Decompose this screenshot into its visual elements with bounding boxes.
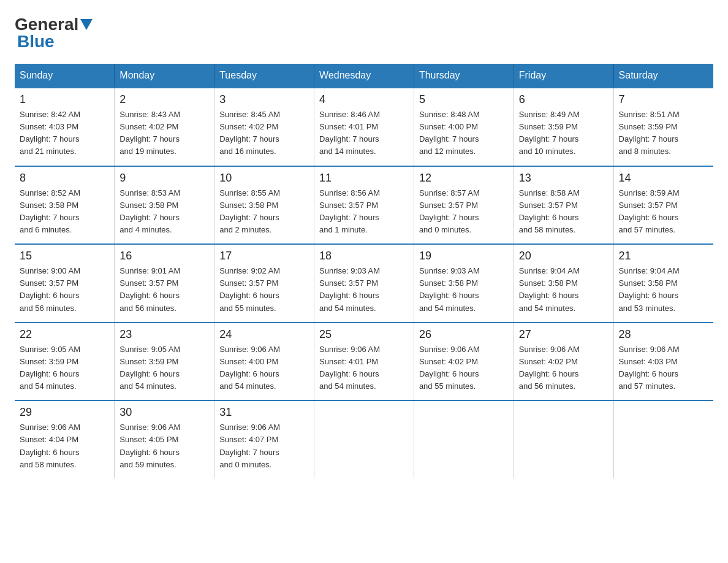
day-info: Sunrise: 9:03 AM Sunset: 3:57 PM Dayligh… bbox=[319, 265, 409, 315]
day-cell: 16Sunrise: 9:01 AM Sunset: 3:57 PM Dayli… bbox=[115, 244, 214, 323]
day-info: Sunrise: 9:06 AM Sunset: 4:05 PM Dayligh… bbox=[119, 421, 209, 471]
day-cell: 14Sunrise: 8:59 AM Sunset: 3:57 PM Dayli… bbox=[613, 166, 713, 245]
day-cell: 21Sunrise: 9:04 AM Sunset: 3:58 PM Dayli… bbox=[613, 244, 713, 323]
col-header-wednesday: Wednesday bbox=[314, 64, 414, 88]
day-cell: 6Sunrise: 8:49 AM Sunset: 3:59 PM Daylig… bbox=[514, 88, 613, 166]
day-number: 14 bbox=[619, 172, 708, 185]
day-number: 3 bbox=[219, 93, 309, 106]
day-number: 21 bbox=[619, 250, 708, 262]
day-info: Sunrise: 8:49 AM Sunset: 3:59 PM Dayligh… bbox=[519, 109, 609, 158]
col-header-tuesday: Tuesday bbox=[214, 64, 314, 88]
week-row-4: 22Sunrise: 9:05 AM Sunset: 3:59 PM Dayli… bbox=[15, 323, 713, 401]
day-info: Sunrise: 9:04 AM Sunset: 3:58 PM Dayligh… bbox=[519, 265, 609, 315]
day-cell: 24Sunrise: 9:06 AM Sunset: 4:00 PM Dayli… bbox=[214, 323, 314, 401]
day-number: 10 bbox=[219, 172, 309, 185]
day-cell: 23Sunrise: 9:05 AM Sunset: 3:59 PM Dayli… bbox=[115, 323, 214, 401]
day-number: 18 bbox=[319, 250, 409, 262]
day-cell: 15Sunrise: 9:00 AM Sunset: 3:57 PM Dayli… bbox=[15, 244, 115, 323]
day-info: Sunrise: 9:06 AM Sunset: 4:04 PM Dayligh… bbox=[20, 421, 109, 471]
day-info: Sunrise: 9:06 AM Sunset: 4:01 PM Dayligh… bbox=[319, 343, 409, 393]
day-info: Sunrise: 8:43 AM Sunset: 4:02 PM Dayligh… bbox=[119, 109, 209, 158]
day-cell: 2Sunrise: 8:43 AM Sunset: 4:02 PM Daylig… bbox=[115, 88, 214, 166]
logo: General Blue bbox=[15, 15, 94, 52]
col-header-saturday: Saturday bbox=[613, 64, 713, 88]
day-cell: 26Sunrise: 9:06 AM Sunset: 4:02 PM Dayli… bbox=[414, 323, 514, 401]
week-row-2: 8Sunrise: 8:52 AM Sunset: 3:58 PM Daylig… bbox=[15, 166, 713, 245]
day-cell: 8Sunrise: 8:52 AM Sunset: 3:58 PM Daylig… bbox=[15, 166, 115, 245]
logo-triangle-icon bbox=[78, 17, 94, 33]
day-number: 7 bbox=[619, 93, 708, 106]
day-number: 9 bbox=[119, 172, 209, 185]
calendar-table: SundayMondayTuesdayWednesdayThursdayFrid… bbox=[15, 64, 713, 478]
day-info: Sunrise: 9:06 AM Sunset: 4:03 PM Dayligh… bbox=[619, 343, 708, 393]
day-info: Sunrise: 8:56 AM Sunset: 3:57 PM Dayligh… bbox=[319, 187, 409, 237]
day-cell: 1Sunrise: 8:42 AM Sunset: 4:03 PM Daylig… bbox=[15, 88, 115, 166]
day-cell bbox=[613, 400, 713, 478]
day-info: Sunrise: 8:59 AM Sunset: 3:57 PM Dayligh… bbox=[619, 187, 708, 237]
week-row-1: 1Sunrise: 8:42 AM Sunset: 4:03 PM Daylig… bbox=[15, 88, 713, 166]
day-info: Sunrise: 9:02 AM Sunset: 3:57 PM Dayligh… bbox=[219, 265, 309, 315]
day-number: 30 bbox=[119, 406, 209, 419]
day-cell: 27Sunrise: 9:06 AM Sunset: 4:02 PM Dayli… bbox=[514, 323, 613, 401]
col-header-thursday: Thursday bbox=[414, 64, 514, 88]
day-cell bbox=[514, 400, 613, 478]
day-number: 8 bbox=[20, 172, 109, 185]
day-number: 5 bbox=[419, 93, 509, 106]
day-number: 17 bbox=[219, 250, 309, 262]
day-info: Sunrise: 9:03 AM Sunset: 3:58 PM Dayligh… bbox=[419, 265, 509, 315]
day-cell: 12Sunrise: 8:57 AM Sunset: 3:57 PM Dayli… bbox=[414, 166, 514, 245]
day-number: 26 bbox=[419, 328, 509, 341]
day-cell: 11Sunrise: 8:56 AM Sunset: 3:57 PM Dayli… bbox=[314, 166, 414, 245]
day-cell: 5Sunrise: 8:48 AM Sunset: 4:00 PM Daylig… bbox=[414, 88, 514, 166]
day-number: 11 bbox=[319, 172, 409, 185]
day-info: Sunrise: 9:01 AM Sunset: 3:57 PM Dayligh… bbox=[119, 265, 209, 315]
day-cell: 4Sunrise: 8:46 AM Sunset: 4:01 PM Daylig… bbox=[314, 88, 414, 166]
day-cell: 28Sunrise: 9:06 AM Sunset: 4:03 PM Dayli… bbox=[613, 323, 713, 401]
day-info: Sunrise: 9:05 AM Sunset: 3:59 PM Dayligh… bbox=[20, 343, 109, 393]
day-cell: 20Sunrise: 9:04 AM Sunset: 3:58 PM Dayli… bbox=[514, 244, 613, 323]
day-info: Sunrise: 9:06 AM Sunset: 4:00 PM Dayligh… bbox=[219, 343, 309, 393]
day-info: Sunrise: 8:53 AM Sunset: 3:58 PM Dayligh… bbox=[119, 187, 209, 237]
day-cell: 9Sunrise: 8:53 AM Sunset: 3:58 PM Daylig… bbox=[115, 166, 214, 245]
week-row-3: 15Sunrise: 9:00 AM Sunset: 3:57 PM Dayli… bbox=[15, 244, 713, 323]
page-header: General Blue bbox=[15, 15, 713, 52]
day-number: 20 bbox=[519, 250, 609, 262]
day-cell: 18Sunrise: 9:03 AM Sunset: 3:57 PM Dayli… bbox=[314, 244, 414, 323]
day-cell bbox=[414, 400, 514, 478]
day-number: 22 bbox=[20, 328, 109, 341]
day-number: 28 bbox=[619, 328, 708, 341]
day-number: 15 bbox=[20, 250, 109, 262]
day-info: Sunrise: 9:06 AM Sunset: 4:02 PM Dayligh… bbox=[519, 343, 609, 393]
day-info: Sunrise: 9:05 AM Sunset: 3:59 PM Dayligh… bbox=[119, 343, 209, 393]
day-number: 19 bbox=[419, 250, 509, 262]
day-number: 2 bbox=[119, 93, 209, 106]
day-number: 31 bbox=[219, 406, 309, 419]
day-info: Sunrise: 8:45 AM Sunset: 4:02 PM Dayligh… bbox=[219, 109, 309, 158]
logo-blue: Blue bbox=[17, 32, 55, 51]
day-cell: 10Sunrise: 8:55 AM Sunset: 3:58 PM Dayli… bbox=[214, 166, 314, 245]
day-number: 23 bbox=[119, 328, 209, 341]
day-number: 24 bbox=[219, 328, 309, 341]
day-number: 13 bbox=[519, 172, 609, 185]
day-cell: 13Sunrise: 8:58 AM Sunset: 3:57 PM Dayli… bbox=[514, 166, 613, 245]
day-cell: 25Sunrise: 9:06 AM Sunset: 4:01 PM Dayli… bbox=[314, 323, 414, 401]
day-info: Sunrise: 9:06 AM Sunset: 4:07 PM Dayligh… bbox=[219, 421, 309, 471]
day-number: 1 bbox=[20, 93, 109, 106]
day-number: 6 bbox=[519, 93, 609, 106]
day-info: Sunrise: 9:04 AM Sunset: 3:58 PM Dayligh… bbox=[619, 265, 708, 315]
day-cell bbox=[314, 400, 414, 478]
day-info: Sunrise: 8:46 AM Sunset: 4:01 PM Dayligh… bbox=[319, 109, 409, 158]
col-header-friday: Friday bbox=[514, 64, 613, 88]
day-number: 4 bbox=[319, 93, 409, 106]
day-info: Sunrise: 8:55 AM Sunset: 3:58 PM Dayligh… bbox=[219, 187, 309, 237]
day-number: 29 bbox=[20, 406, 109, 419]
day-number: 16 bbox=[119, 250, 209, 262]
day-info: Sunrise: 8:52 AM Sunset: 3:58 PM Dayligh… bbox=[20, 187, 109, 237]
day-info: Sunrise: 8:51 AM Sunset: 3:59 PM Dayligh… bbox=[619, 109, 708, 158]
col-header-monday: Monday bbox=[115, 64, 214, 88]
day-cell: 3Sunrise: 8:45 AM Sunset: 4:02 PM Daylig… bbox=[214, 88, 314, 166]
svg-marker-0 bbox=[80, 19, 93, 30]
col-header-sunday: Sunday bbox=[15, 64, 115, 88]
day-cell: 30Sunrise: 9:06 AM Sunset: 4:05 PM Dayli… bbox=[115, 400, 214, 478]
day-number: 27 bbox=[519, 328, 609, 341]
